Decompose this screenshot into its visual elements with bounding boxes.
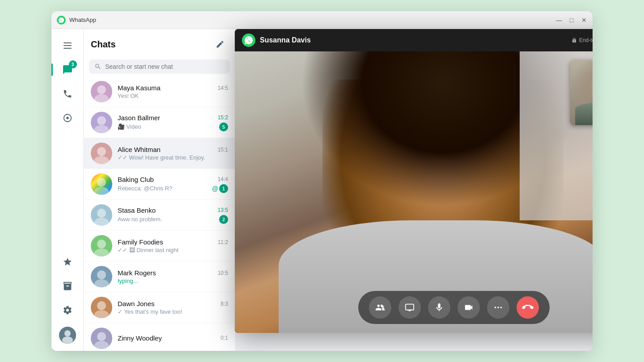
chat-name: Zinny Woodley (118, 334, 162, 342)
svg-point-23 (97, 301, 106, 310)
chat-preview-row: Rebecca: @Chris R? @1 (118, 184, 228, 193)
svg-point-9 (97, 85, 106, 94)
chat-preview-row: typing... (118, 278, 228, 284)
svg-point-20 (94, 248, 109, 257)
chat-avatar (91, 143, 112, 164)
chat-info: Alice Whitman 15:1 ✓✓ Wow! Have great ti… (118, 146, 228, 161)
chat-info: Baking Club 14:4 Rebecca: @Chris R? @1 (118, 176, 228, 193)
chat-avatar (91, 81, 112, 102)
nav-starred-icon[interactable] (56, 251, 79, 273)
chats-badge: 3 (69, 60, 77, 68)
chat-name: Baking Club (118, 176, 154, 183)
chat-item-dawn-jones[interactable]: Dawn Jones 8:3 ✓ Yes that's my fave too! (84, 292, 235, 323)
chat-item-family-foodies[interactable]: Family Foodies 11:2 ✓✓ 🖼 Dinner last nig… (84, 231, 235, 261)
svg-point-18 (94, 218, 109, 226)
chat-item-zinny-woodley[interactable]: Zinny Woodley 0:1 (84, 323, 235, 351)
chat-name-row: Mark Rogers 10:5 (118, 269, 228, 277)
chat-time: 13:5 (218, 207, 228, 213)
chat-preview: ✓✓ Wow! Have great time. Enjoy. (118, 154, 228, 161)
svg-point-16 (94, 187, 109, 195)
svg-point-10 (94, 94, 109, 102)
nav-settings-icon[interactable] (56, 299, 79, 321)
chat-time: 15:2 (218, 114, 228, 121)
close-button[interactable]: ✕ (581, 17, 587, 23)
title-bar: WhatsApp — □ ✕ (51, 11, 593, 29)
user-avatar[interactable] (59, 327, 76, 344)
svg-point-25 (97, 332, 106, 341)
svg-point-11 (97, 116, 106, 125)
svg-point-22 (94, 279, 109, 287)
nav-status-icon[interactable] (56, 107, 79, 129)
nav-archive-icon[interactable] (56, 275, 79, 297)
chat-preview: Yes! OK (118, 93, 228, 99)
chat-panel-actions (212, 36, 228, 52)
encryption-status: End-to-end encrypted (572, 37, 593, 43)
chat-name-row: Alice Whitman 15:1 (118, 146, 228, 153)
chat-item-maya-kasuma[interactable]: Maya Kasuma 14:5 Yes! OK (84, 76, 235, 107)
mute-button[interactable] (428, 296, 450, 319)
chat-preview: Rebecca: @Chris R? (118, 185, 212, 192)
chat-avatar (91, 235, 112, 257)
svg-point-7 (64, 330, 71, 337)
lock-icon (572, 38, 577, 43)
window-controls: — □ ✕ (556, 17, 587, 23)
svg-point-21 (97, 270, 106, 279)
svg-point-19 (97, 240, 106, 248)
video-toggle-button[interactable] (458, 296, 480, 319)
svg-point-30 (497, 307, 499, 308)
svg-point-17 (97, 209, 106, 218)
nav-menu-icon[interactable] (56, 34, 79, 57)
chat-item-stasa-benko[interactable]: Stasa Benko 13:5 Aww no problem. 2 (84, 200, 235, 231)
chat-info: Maya Kasuma 14:5 Yes! OK (118, 84, 228, 99)
self-view-feed (570, 60, 593, 125)
chat-item-baking-club[interactable]: Baking Club 14:4 Rebecca: @Chris R? @1 (84, 169, 235, 200)
nav-calls-icon[interactable] (56, 83, 79, 105)
chat-name: Maya Kasuma (118, 84, 161, 92)
chat-preview-row: ✓✓ 🖼 Dinner last night (118, 247, 228, 253)
chat-time: 11:2 (218, 239, 228, 245)
svg-point-14 (94, 156, 109, 164)
screen-share-button[interactable] (398, 296, 421, 319)
unread-count: 5 (219, 122, 228, 131)
chat-name-row: Zinny Woodley 0:1 (118, 334, 228, 342)
maximize-button[interactable]: □ (568, 17, 575, 23)
chat-name: Stasa Benko (118, 206, 156, 214)
new-chat-button[interactable] (212, 36, 228, 52)
video-area (235, 51, 593, 333)
chat-info: Jason Ballmer 15:2 🎥 Video 5 (118, 114, 228, 131)
chat-preview: Aww no problem. (118, 216, 219, 223)
svg-rect-1 (64, 42, 72, 43)
svg-point-29 (495, 307, 496, 308)
chat-name: Jason Ballmer (118, 114, 160, 122)
search-input[interactable] (105, 63, 225, 70)
chat-list: Maya Kasuma 14:5 Yes! OK Jason Ballmer 1… (84, 76, 235, 351)
chat-avatar (91, 204, 112, 226)
search-bar[interactable] (89, 59, 230, 74)
chat-avatar (91, 297, 112, 318)
svg-point-26 (94, 341, 109, 349)
more-options-button[interactable] (487, 296, 509, 319)
chat-avatar (91, 266, 112, 287)
chat-item-jason-ballmer[interactable]: Jason Ballmer 15:2 🎥 Video 5 (84, 107, 235, 138)
chat-preview: 🎥 Video (118, 123, 219, 130)
chat-time: 14:5 (218, 85, 228, 91)
chat-time: 0:1 (220, 335, 228, 341)
chat-name-row: Dawn Jones 8:3 (118, 300, 228, 307)
caller-name: Susanna Davis (260, 36, 311, 44)
nav-chats-icon[interactable]: 3 (56, 59, 79, 81)
chat-item-mark-rogers[interactable]: Mark Rogers 10:5 typing... (84, 261, 235, 292)
chat-preview: typing... (118, 278, 228, 284)
chat-preview-row: ✓ Yes that's my fave too! (118, 308, 228, 315)
minimize-button[interactable]: — (556, 17, 562, 23)
chat-preview-row: 🎥 Video 5 (118, 122, 228, 131)
chat-info: Mark Rogers 10:5 typing... (118, 269, 228, 284)
search-icon (94, 63, 102, 70)
add-participant-button[interactable] (369, 296, 391, 319)
chat-preview: ✓ Yes that's my fave too! (118, 308, 228, 315)
chat-name-row: Stasa Benko 13:5 (118, 206, 228, 214)
chat-info: Stasa Benko 13:5 Aww no problem. 2 (118, 206, 228, 224)
chat-item-alice-whitman[interactable]: Alice Whitman 15:1 ✓✓ Wow! Have great ti… (84, 138, 235, 169)
video-title-bar: Susanna Davis End-to-end encrypted — □ ✕ (235, 29, 593, 51)
chat-time: 10:5 (218, 270, 228, 276)
end-call-button[interactable] (517, 296, 539, 319)
